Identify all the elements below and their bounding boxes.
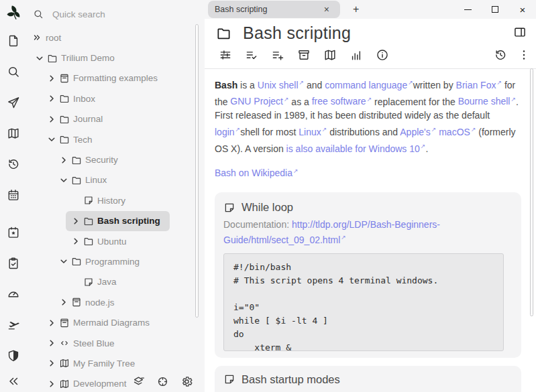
tree-item-ubuntu[interactable]: Ubuntu xyxy=(66,231,136,251)
search-icon xyxy=(33,9,44,19)
tree-item-steel-blue[interactable]: Steel Blue xyxy=(42,333,124,353)
quick-search-input[interactable] xyxy=(51,9,172,20)
ribbon-revisions[interactable] xyxy=(494,48,507,64)
tree-item-my-family-tree[interactable]: My Family Tree xyxy=(42,353,144,373)
launcher-dashboard[interactable] xyxy=(3,279,23,310)
chevron-down-icon[interactable] xyxy=(59,257,68,266)
folder-icon[interactable] xyxy=(216,25,231,41)
split-pane-icon xyxy=(513,25,527,39)
inline-link[interactable]: login↗ xyxy=(215,127,240,137)
history-icon xyxy=(7,157,20,171)
inline-link[interactable]: macOS↗ xyxy=(439,127,476,137)
tree-item-label: Journal xyxy=(72,114,103,124)
ribbon-more-actions[interactable] xyxy=(517,48,531,64)
inline-link[interactable]: Brian Fox↗ xyxy=(456,80,502,90)
chevron-right-icon[interactable] xyxy=(71,216,81,226)
note-title[interactable]: Bash scripting xyxy=(243,23,513,43)
maximize-button[interactable] xyxy=(490,5,500,14)
inline-link[interactable]: Apple's↗ xyxy=(400,127,436,137)
tree-settings-button[interactable] xyxy=(180,375,193,390)
launcher-migration[interactable] xyxy=(3,310,23,340)
chevron-right-icon[interactable] xyxy=(47,358,56,368)
tree-item-tech[interactable]: Tech xyxy=(42,129,102,149)
ribbon-basic-properties[interactable] xyxy=(219,48,232,64)
tree-item-java[interactable]: Java xyxy=(66,272,126,292)
chevron-right-icon[interactable] xyxy=(59,155,68,165)
launcher-task-manager[interactable] xyxy=(3,248,23,279)
inline-link[interactable]: command language↗ xyxy=(325,80,413,90)
launcher-calendar[interactable] xyxy=(3,180,23,210)
tree-item-programming[interactable]: Programming xyxy=(54,251,149,271)
tree-item-inbox[interactable]: Inbox xyxy=(42,88,105,109)
external-link-icon: ↗ xyxy=(431,126,437,133)
wikipedia-link[interactable]: Bash on Wikipedia↗ xyxy=(215,168,299,178)
launcher-today[interactable] xyxy=(3,217,23,248)
inline-link[interactable]: free software↗ xyxy=(312,96,372,107)
launcher-protected-session[interactable] xyxy=(3,340,23,371)
chevron-down-icon[interactable] xyxy=(47,135,56,144)
tab-title: Bash scripting xyxy=(215,5,268,14)
chevron-down-icon[interactable] xyxy=(59,176,68,185)
tree-item-development[interactable]: Development xyxy=(42,374,136,392)
minimize-button[interactable] xyxy=(463,5,472,14)
ribbon-similar-notes[interactable] xyxy=(350,48,363,64)
launcher-search[interactable] xyxy=(3,56,23,87)
folder-icon xyxy=(71,175,82,186)
tree-item-security[interactable]: Security xyxy=(54,149,127,170)
tree-item-journal[interactable]: Journal xyxy=(42,109,112,129)
chevron-right-icon[interactable] xyxy=(47,74,56,83)
inline-link[interactable]: Bourne shell↗ xyxy=(458,96,516,107)
expander-spacer xyxy=(71,196,81,205)
collapse-tree-button[interactable] xyxy=(132,375,145,390)
target-icon xyxy=(156,375,169,388)
content-scrollbar[interactable] xyxy=(530,68,533,316)
ribbon-note-paths[interactable] xyxy=(297,48,311,64)
launcher-new-note[interactable] xyxy=(3,25,23,56)
chevrons-right-icon[interactable] xyxy=(32,33,42,42)
launcher-jump-to-note[interactable] xyxy=(3,87,23,118)
launcher-recent-changes[interactable] xyxy=(3,149,23,180)
inline-link[interactable]: GNU Project↗ xyxy=(230,96,288,107)
launcher-collapse-panel[interactable] xyxy=(3,371,23,391)
wikipedia-link-row: Bash on Wikipedia↗ xyxy=(215,164,521,181)
create-split-button[interactable] xyxy=(513,25,527,41)
chevron-right-icon[interactable] xyxy=(47,115,56,124)
tree-item-formatting-examples[interactable]: Formatting examples xyxy=(42,68,167,88)
tree-item-bash-scripting[interactable]: Bash scripting xyxy=(66,211,170,231)
inline-link[interactable]: Unix shell↗ xyxy=(258,80,304,90)
code-block[interactable]: #!/bin/bash # This script opens 4 termin… xyxy=(223,253,504,351)
tab-bar: Bash scripting × + × xyxy=(205,0,536,19)
new-tab-button[interactable]: + xyxy=(349,3,363,15)
external-link-icon: ↗ xyxy=(284,96,289,103)
chevron-right-icon[interactable] xyxy=(47,94,56,103)
note-icon xyxy=(83,277,94,287)
tree-item-node-js[interactable]: node.js xyxy=(54,292,124,312)
chevron-right-icon[interactable] xyxy=(71,237,81,246)
tree-item-history[interactable]: History xyxy=(66,190,135,210)
tree-item-root[interactable]: root xyxy=(27,27,70,48)
chevron-right-icon[interactable] xyxy=(59,298,68,307)
maximize-icon xyxy=(492,6,498,13)
ribbon-note-map[interactable] xyxy=(323,48,337,64)
tree-item-mermaid-diagrams[interactable]: Mermaid Diagrams xyxy=(42,312,159,332)
launcher-note-map[interactable] xyxy=(3,118,23,149)
inline-link[interactable]: is also available for Windows 10↗ xyxy=(286,143,426,154)
include-note-while-loop: While loop Documentation: http://tldp.or… xyxy=(215,192,521,358)
tree-scrollbar[interactable] xyxy=(195,24,199,318)
ribbon-inherited-attributes[interactable] xyxy=(271,48,284,64)
close-button[interactable]: × xyxy=(518,5,527,14)
chevron-right-icon[interactable] xyxy=(47,379,56,389)
tree-item-trilium-demo[interactable]: Trilium Demo xyxy=(30,48,124,68)
tab-bash-scripting[interactable]: Bash scripting × xyxy=(208,1,340,18)
tree-item-linux[interactable]: Linux xyxy=(54,170,116,190)
inline-link[interactable]: Linux↗ xyxy=(299,127,327,137)
chevron-right-icon[interactable] xyxy=(47,338,56,348)
chevron-down-icon[interactable] xyxy=(35,54,44,63)
plane-icon xyxy=(7,318,20,332)
ribbon-note-info[interactable] xyxy=(376,48,389,64)
tab-close-button[interactable]: × xyxy=(320,4,333,15)
chevron-right-icon[interactable] xyxy=(47,318,56,328)
quick-search[interactable] xyxy=(27,6,205,22)
ribbon-owned-attributes[interactable] xyxy=(245,48,258,64)
scroll-to-active-note-button[interactable] xyxy=(156,375,169,390)
